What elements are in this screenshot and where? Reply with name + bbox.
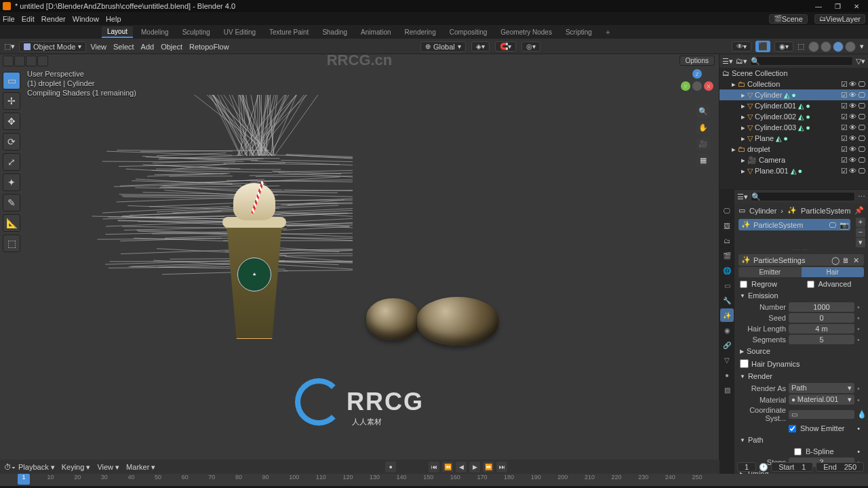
maximize-button[interactable]: ❐ [829,1,846,12]
material-shading[interactable] [833,41,844,52]
list-grip[interactable]: ⋯⋯ [734,247,868,253]
add-ps-button[interactable]: + [856,218,865,227]
world-tab[interactable]: 🌐 [720,264,734,277]
tab-layout[interactable]: Layout [102,26,133,38]
render-panel[interactable]: ▼Render [734,370,868,382]
unlink-icon[interactable]: ✕ [853,256,861,264]
jump-start[interactable]: ⏮ [429,462,439,472]
emitter-toggle[interactable]: Emitter [738,267,802,277]
menu-edit[interactable]: Edit [22,15,35,23]
path-panel[interactable]: ▼Path [734,434,868,446]
outliner-filter-icon[interactable]: ▽▾ [856,57,865,66]
gizmo-toggle[interactable]: ⬛ [755,41,770,52]
outliner-item-cylinder[interactable]: ▸▽Cylinder◭●☑👁🖵 [719,89,868,100]
regrow-checkbox[interactable] [740,281,747,288]
close-button[interactable]: ✕ [848,1,865,12]
render-toggle-icon[interactable]: 🖵 [829,221,837,229]
annotate-tool[interactable]: ✎ [3,194,20,211]
hair-toggle[interactable]: Hair [802,267,865,277]
tab-geometry-nodes[interactable]: Geometry Nodes [495,27,557,37]
start-frame[interactable]: Start 1 [771,462,813,472]
viewlayer-tab[interactable]: 🗂 [720,234,734,247]
orientation-select[interactable]: ⊕ Global ▾ [420,41,466,52]
viewport-options[interactable]: Options [679,56,715,66]
advanced-checkbox[interactable] [807,281,814,288]
tab-texture-paint[interactable]: Texture Paint [264,27,314,37]
outliner-item-droplet[interactable]: ▸🗀droplet☑👁🖵 [719,144,868,155]
autokey-icon[interactable]: ● [385,462,396,472]
menu-file[interactable]: File [3,15,15,23]
outliner-item-camera[interactable]: ▸🎥Camera☑👁🖵 [719,155,868,165]
tab-rendering[interactable]: Rendering [399,27,441,37]
axis-y[interactable]: Y [681,81,690,91]
particle-settings-block[interactable]: ✨ ParticleSettings ◯ 🗎 ✕ [738,254,864,266]
select-lasso-icon[interactable] [37,56,48,66]
xray-toggle[interactable]: ⬚ [797,42,804,51]
outliner-item-plane[interactable]: ▸▽Plane◭●☑👁🖵 [719,133,868,144]
bc-data[interactable]: ParticleSystem [801,207,850,215]
material-tab[interactable]: ● [720,368,734,382]
modifier-tab[interactable]: 🔧 [720,293,734,307]
minimize-button[interactable]: — [810,1,827,12]
timeline-menu-keying[interactable]: Keying ▾ [62,463,91,472]
scene-selector[interactable]: 🎬 Scene [769,14,808,24]
measure-tool[interactable]: 📐 [3,214,20,232]
pan-tool[interactable]: ✋ [696,121,710,134]
particle-system-slot[interactable]: ✨ ParticleSystem 🖵 📷 [738,219,850,230]
coord-select[interactable]: ▭ [789,410,854,419]
viewlayer-selector[interactable]: 🗂 ViewLayer [814,14,865,24]
viewport-toggle-icon[interactable]: 📷 [840,221,848,229]
zoom-tool[interactable]: 🔍 [696,104,710,118]
prop-options-icon[interactable]: ⋯ [858,192,865,201]
pivot-select[interactable]: ◈▾ [471,41,490,52]
perspective-toggle[interactable]: ▦ [696,153,710,167]
outliner-item-cylinder-002[interactable]: ▸▽Cylinder.002◭●☑👁🖵 [719,111,868,122]
add-workspace-button[interactable]: ＋ [600,27,616,37]
visibility-toggle[interactable]: 👁▾ [732,41,751,52]
timeline-type-icon[interactable]: ⏱▾ [4,463,16,471]
timeline-menu-playback[interactable]: Playback ▾ [18,463,55,472]
outliner-item-plane-001[interactable]: ▸▽Plane.001◭●☑👁🖵 [719,165,868,176]
menu-help[interactable]: Help [106,15,121,23]
play-reverse[interactable]: ◀ [456,462,467,472]
snap-toggle[interactable]: 🧲▾ [495,41,516,52]
header-menu-object[interactable]: Object [161,43,182,51]
next-key[interactable]: ⏩ [483,462,494,472]
constraints-tab[interactable]: 🔗 [720,338,734,352]
outliner-item-cylinder-003[interactable]: ▸▽Cylinder.003◭●☑👁🖵 [719,122,868,133]
ps-specials[interactable]: ▾ [856,238,865,247]
number-field[interactable]: 1000 [789,302,854,312]
material-select[interactable]: ● Material.001 ▾ [789,394,854,405]
pin-icon[interactable]: 📌 [854,206,864,215]
scale-tool[interactable]: ⤢ [3,153,20,171]
jump-end[interactable]: ⏭ [496,462,507,472]
select-box-icon[interactable] [14,56,25,66]
scene-tab[interactable]: 🎬 [720,249,734,262]
eyedropper-icon[interactable]: 💧 [857,410,863,419]
new-settings-icon[interactable]: 🗎 [842,256,850,264]
particles-tab[interactable]: ✨ [720,308,734,322]
tab-compositing[interactable]: Compositing [444,27,493,37]
fake-user-icon[interactable]: ◯ [831,256,840,264]
play[interactable]: ▶ [469,462,480,472]
render-tab[interactable]: 🖵 [720,204,734,218]
timeline-menu-view[interactable]: View ▾ [97,463,119,472]
select-tool[interactable]: ▭ [3,72,20,89]
output-tab[interactable]: 🖼 [720,219,734,232]
axis-center[interactable] [692,81,702,91]
end-frame[interactable]: End 250 [816,462,864,472]
menu-window[interactable]: Window [73,15,99,23]
tab-modeling[interactable]: Modeling [136,27,174,37]
transform-tool[interactable]: ✦ [3,174,20,191]
prev-key[interactable]: ⏪ [442,462,453,472]
3d-viewport[interactable]: Options ▭ ✢ ✥ ⟳ ⤢ ✦ ✎ 📐 ⬚ User Perspecti… [0,54,719,460]
solid-shading[interactable] [821,41,831,52]
axis-x[interactable]: X [704,81,713,91]
menu-render[interactable]: Render [41,15,66,23]
hair-dynamics-panel[interactable]: Hair Dynamics [734,357,868,370]
tab-sculpting[interactable]: Sculpting [177,27,216,37]
outliner-search[interactable]: 🔍 [750,56,853,66]
timeline-cursor[interactable]: 1 [18,474,30,485]
editor-type-icon[interactable]: ⬚▾ [4,42,15,51]
cursor-tool[interactable]: ✢ [3,92,20,110]
